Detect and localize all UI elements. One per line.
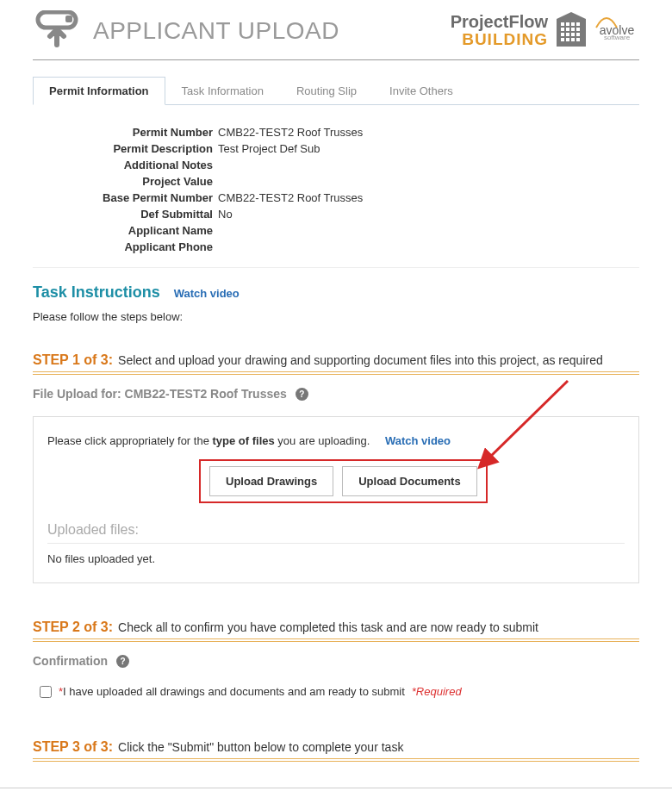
permit-info-block: Permit NumberCMB22-TEST2 Roof Trusses Pe… (33, 105, 639, 267)
confirm-upload-checkbox[interactable] (40, 686, 52, 698)
page-header: APPLICANT UPLOAD ProjectFlow BUILDING (33, 10, 639, 58)
upload-logo-icon (33, 10, 81, 51)
page-title: APPLICANT UPLOAD (93, 17, 339, 45)
def-submittal-label: Def Submittal (84, 208, 218, 221)
upload-box: Please click appropriately for the type … (33, 416, 639, 583)
tab-task-information[interactable]: Task Information (165, 77, 280, 105)
svg-rect-13 (576, 33, 580, 36)
upload-buttons-callout: Upload Drawings Upload Documents (199, 459, 488, 503)
svg-rect-11 (566, 33, 569, 36)
permit-description-label: Permit Description (84, 142, 218, 155)
permit-number-label: Permit Number (84, 126, 218, 139)
svg-rect-14 (561, 38, 564, 41)
permit-description-value: Test Project Def Sub (218, 142, 320, 155)
footer-bar: Submit Complete Later (0, 788, 672, 791)
svg-rect-15 (566, 38, 569, 41)
permit-number-value: CMB22-TEST2 Roof Trusses (218, 126, 363, 139)
upload-drawings-button[interactable]: Upload Drawings (209, 466, 333, 496)
building-icon (553, 10, 589, 51)
additional-notes-label: Additional Notes (84, 159, 218, 171)
svg-rect-9 (576, 28, 580, 31)
step2-desc: Check all to confirm you have completed … (118, 620, 538, 634)
def-submittal-value: No (218, 208, 233, 221)
tab-permit-information[interactable]: Permit Information (33, 77, 165, 105)
base-permit-label: Base Permit Number (84, 191, 218, 204)
step3-desc: Click the "Submit" button below to compl… (118, 740, 403, 754)
no-files-text: No files uploaded yet. (47, 552, 625, 572)
help-icon[interactable]: ? (116, 655, 129, 668)
svg-rect-10 (561, 33, 564, 36)
tab-routing-slip[interactable]: Routing Slip (280, 77, 373, 105)
base-permit-value: CMB22-TEST2 Roof Trusses (218, 191, 363, 204)
step3-label: STEP 3 of 3: (33, 739, 113, 755)
step1-rule (33, 371, 639, 375)
brand-projectflow: ProjectFlow BUILDING (451, 13, 548, 48)
svg-rect-2 (561, 22, 564, 26)
watch-video-link-top[interactable]: Watch video (174, 287, 240, 300)
svg-rect-12 (571, 33, 575, 36)
tab-bar: Permit Information Task Information Rout… (33, 76, 639, 105)
svg-rect-6 (561, 28, 564, 31)
project-value-label: Project Value (84, 175, 218, 188)
step2-rule (33, 638, 639, 642)
uploaded-files-heading: Uploaded files: (47, 503, 625, 543)
svg-rect-4 (571, 22, 575, 26)
svg-rect-3 (566, 22, 569, 26)
svg-rect-5 (576, 22, 580, 26)
svg-rect-16 (571, 38, 575, 41)
avolve-logo: avolve software (594, 14, 639, 48)
tab-invite-others[interactable]: Invite Others (373, 77, 470, 105)
uploaded-divider (47, 543, 625, 544)
applicant-name-label: Applicant Name (84, 224, 218, 237)
svg-rect-8 (571, 28, 575, 31)
task-instructions-heading: Task Instructions (33, 283, 160, 302)
svg-rect-1 (65, 16, 72, 22)
applicant-phone-label: Applicant Phone (84, 240, 218, 253)
confirm-text: *I have uploaded all drawings and docume… (59, 685, 405, 698)
step1-desc: Select and upload your drawing and suppo… (118, 353, 603, 367)
step2-label: STEP 2 of 3: (33, 620, 113, 635)
follow-steps-text: Please follow the steps below: (33, 302, 639, 342)
help-icon[interactable]: ? (296, 388, 308, 401)
svg-rect-7 (566, 28, 569, 31)
required-indicator: *Required (412, 685, 462, 698)
step3-rule (33, 758, 639, 762)
confirmation-label: Confirmation (33, 654, 108, 668)
file-upload-for-label: File Upload for: CMB22-TEST2 Roof Trusse… (33, 387, 287, 401)
upload-prompt: Please click appropriately for the type … (47, 434, 625, 447)
step1-label: STEP 1 of 3: (33, 352, 113, 368)
upload-documents-button[interactable]: Upload Documents (342, 466, 476, 496)
watch-video-link-upload[interactable]: Watch video (385, 434, 451, 447)
header-divider (33, 59, 639, 60)
svg-rect-17 (576, 38, 580, 41)
